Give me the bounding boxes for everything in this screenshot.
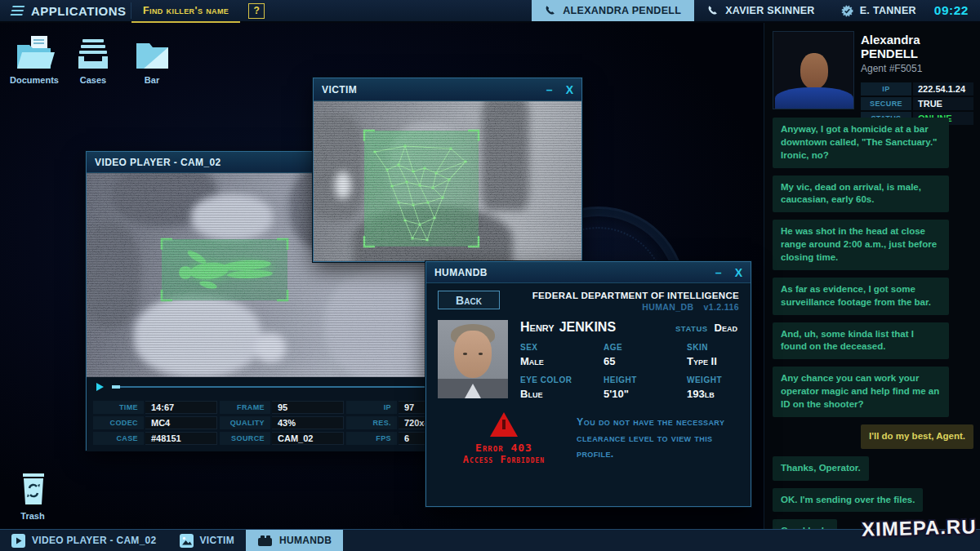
chat-message: And, uh, some kinda list that I found on… <box>773 322 949 360</box>
meta-label: Res. <box>346 416 397 429</box>
desktop-icon-label: Documents <box>8 75 60 85</box>
taskbar-item-label: HumanDB <box>279 535 332 546</box>
window-humandb: HumanDB – X Back Federal Department of I… <box>425 261 751 507</box>
taskbar-item-victim[interactable]: Victim <box>168 530 246 551</box>
contact-tab-label: E. Tanner <box>860 5 916 16</box>
open-folder-icon <box>8 34 60 72</box>
seek-bar[interactable] <box>112 386 467 388</box>
profile-photo <box>438 320 508 398</box>
taskbar-item-label: Victim <box>200 535 234 546</box>
contact-tab-label: Xavier Skinner <box>725 5 815 16</box>
clock: 09:22 <box>929 0 980 21</box>
app-name: HUMAN_DB <box>642 302 693 312</box>
chat-message: As far as evidence, I got some surveilla… <box>773 278 949 315</box>
play-icon <box>11 534 25 548</box>
play-button[interactable] <box>96 383 104 391</box>
trash-icon <box>7 470 59 508</box>
age-field: Age65 <box>604 343 682 368</box>
top-menu-bar: Applications Find killer's name ? Alexan… <box>0 0 980 23</box>
weight-field: Weight193lb <box>687 375 739 401</box>
objective-indicator: Find killer's name <box>131 0 240 23</box>
desktop-icon-cases[interactable]: Cases <box>67 34 119 85</box>
desktop-icon-label: Trash <box>7 511 59 521</box>
video-controls <box>87 377 477 397</box>
minimize-button[interactable]: – <box>715 267 722 278</box>
meta-value: CAM_02 <box>272 432 344 445</box>
meta-label: IP <box>346 401 397 414</box>
skin-field: SkinType II <box>687 343 739 368</box>
error-name: Access Forbidden <box>443 454 565 465</box>
victim-face-image <box>314 101 581 261</box>
contact-tab-xavier-skinner[interactable]: Xavier Skinner <box>694 0 828 21</box>
chat-message: Thanks, Operator. <box>773 456 869 481</box>
close-button[interactable]: X <box>566 84 573 96</box>
status-value: Dead <box>715 322 737 334</box>
desktop-icon-documents[interactable]: Documents <box>8 34 60 85</box>
meta-value: MC4 <box>145 416 217 429</box>
info-value: TRUE <box>913 97 973 110</box>
badge-icon <box>841 5 853 17</box>
chat-message: Any chance you can work your operator ma… <box>773 367 949 417</box>
taskbar: Video Player - CAM_02 Victim HumanDB <box>0 529 980 551</box>
meta-value: 14:67 <box>145 401 217 414</box>
sex-field: SexMale <box>520 343 599 368</box>
meta-value: #48151 <box>145 432 217 445</box>
desktop-icon-label: Bar <box>126 75 178 85</box>
agency-name: Federal Department of Intelligence <box>532 291 739 300</box>
info-value: 222.54.1.24 <box>913 82 973 96</box>
meta-label: Quality <box>220 416 270 429</box>
chat-message: Anyway, I got a homicide at a bar downto… <box>773 118 949 168</box>
error-code: Error 403 <box>443 442 565 454</box>
back-button[interactable]: Back <box>438 291 500 309</box>
error-message: You do not have the necessary clearance … <box>565 415 734 462</box>
meta-label: FPS <box>346 432 397 445</box>
info-label: IP <box>861 82 911 96</box>
chat-message: He was shot in the head at close range a… <box>773 220 949 270</box>
meta-label: Time <box>93 401 144 414</box>
victim-titlebar[interactable]: Victim – X <box>314 78 581 101</box>
window-victim: Victim – X <box>313 78 582 262</box>
close-button[interactable]: X <box>735 267 742 278</box>
taskbar-item-video-player[interactable]: Video Player - CAM_02 <box>0 530 168 551</box>
app-version: v1.2.116 <box>704 302 740 312</box>
contact-tab-label: Alexandra Pendell <box>563 5 681 16</box>
chat-message-outgoing: I'll do my best, Agent. <box>861 424 973 449</box>
chat-message: My vic, dead on arrival, is male, caucas… <box>773 176 949 213</box>
site-watermark: XIMEPA.RU <box>862 515 977 541</box>
window-title: Victim <box>322 84 533 96</box>
objective-label: Find killer's name <box>143 5 229 16</box>
seek-handle[interactable] <box>112 385 120 389</box>
applications-menu-button[interactable]: Applications <box>0 0 131 21</box>
contact-subtitle: Agent #F5051 <box>861 63 973 74</box>
folder-icon <box>126 34 178 72</box>
phone-icon <box>545 5 556 16</box>
database-icon <box>257 535 273 547</box>
game-screen: Applications Find killer's name ? Alexan… <box>0 0 980 551</box>
contact-tab-e-tanner[interactable]: E. Tanner <box>828 0 929 21</box>
hamburger-menu-icon <box>10 3 25 18</box>
contact-tab-alexandra-pendell[interactable]: Alexandra Pendell <box>532 0 694 21</box>
taskbar-item-humandb[interactable]: HumanDB <box>246 530 343 551</box>
person-profile: HenryJenkins Status Dead SexMale Age65 S… <box>438 320 739 401</box>
desktop-icon-trash[interactable]: Trash <box>7 470 59 521</box>
desktop-icon-bar[interactable]: Bar <box>126 34 178 85</box>
agency-header: Federal Department of Intelligence HUMAN… <box>532 291 739 312</box>
humandb-content: Back Federal Department of Intelligence … <box>426 283 751 506</box>
status-label: Status <box>675 324 708 333</box>
access-error: Error 403 Access Forbidden You do not ha… <box>438 412 739 465</box>
meta-label: Frame <box>220 401 270 414</box>
meta-label: Codec <box>93 416 144 429</box>
meta-label: Source <box>220 432 270 445</box>
phone-icon <box>707 5 719 16</box>
contact-sidebar: Alexandra Pendell Agent #F5051 IP222.54.… <box>764 23 980 529</box>
face-detection-overlay <box>314 101 581 261</box>
minimize-button[interactable]: – <box>546 84 553 96</box>
status-field: Status Dead <box>675 322 737 334</box>
help-button[interactable]: ? <box>248 3 265 19</box>
eye-color-field: Eye colorBlue <box>520 375 599 401</box>
chat-log: Anyway, I got a homicide at a bar downto… <box>773 118 973 524</box>
tray-stack-icon <box>67 34 119 72</box>
contact-photo <box>773 31 854 109</box>
humandb-titlebar[interactable]: HumanDB – X <box>426 262 751 283</box>
warning-triangle-icon <box>490 412 518 437</box>
